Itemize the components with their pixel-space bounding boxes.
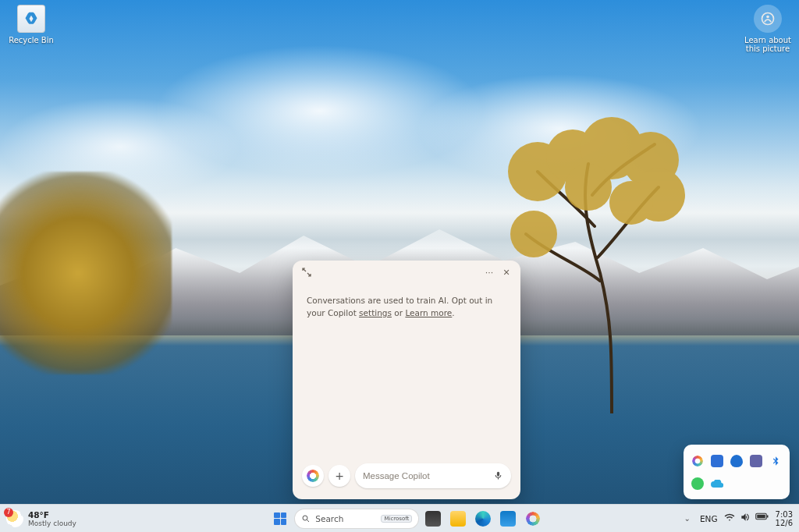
svg-rect-13 xyxy=(767,516,769,518)
copilot-input-row: + xyxy=(293,456,520,499)
taskbar: 7 48°F Mostly cloudy Search Microsoft ⌄ xyxy=(0,504,799,532)
windows-icon xyxy=(274,512,286,525)
start-button[interactable] xyxy=(269,508,291,530)
copilot-logo-icon[interactable] xyxy=(302,465,324,487)
more-button[interactable]: ··· xyxy=(481,264,497,280)
close-button[interactable]: ✕ xyxy=(499,264,514,280)
weather-icon: 7 xyxy=(6,510,23,527)
weather-badge: 7 xyxy=(4,508,13,517)
clock-date: 12/6 xyxy=(776,519,793,527)
taskbar-clock[interactable]: 7:03 12/6 xyxy=(776,510,793,527)
wallpaper-foliage xyxy=(0,172,172,374)
tray-copilot-icon[interactable] xyxy=(690,451,706,470)
search-icon xyxy=(301,514,311,523)
volume-icon[interactable] xyxy=(740,512,751,525)
task-view-icon xyxy=(425,511,441,527)
tray-teams-icon[interactable] xyxy=(748,451,764,470)
tray-word-icon[interactable] xyxy=(709,451,726,470)
edge-icon xyxy=(475,511,491,527)
tray-bluetooth-icon[interactable] xyxy=(767,451,783,470)
weather-temp: 48°F xyxy=(28,510,76,520)
recycle-bin-desktop-icon[interactable]: Recycle Bin xyxy=(5,5,58,44)
battery-icon[interactable] xyxy=(755,512,769,525)
recycle-bin-label: Recycle Bin xyxy=(5,36,58,44)
svg-point-8 xyxy=(762,13,774,25)
copilot-settings-link[interactable]: settings xyxy=(359,308,392,317)
svg-point-9 xyxy=(766,16,769,19)
tray-onedrive-icon[interactable] xyxy=(709,473,726,493)
copilot-learn-more-link[interactable]: Learn more xyxy=(405,308,452,317)
svg-rect-12 xyxy=(757,515,765,519)
copilot-training-notice: Conversations are used to train AI. Opt … xyxy=(307,295,506,320)
taskbar-right: ⌄ ENG 7:03 12/6 xyxy=(681,510,800,527)
tray-overflow-flyout xyxy=(684,445,790,499)
spotlight-icon xyxy=(754,5,782,33)
svg-point-7 xyxy=(609,181,653,225)
taskbar-center: Search Microsoft xyxy=(133,508,681,530)
store-button[interactable] xyxy=(497,508,519,530)
search-promo: Microsoft xyxy=(381,515,412,523)
folder-icon xyxy=(450,511,466,527)
svg-point-6 xyxy=(565,164,612,211)
wallpaper-tree xyxy=(495,117,698,413)
tray-xbox-icon[interactable] xyxy=(690,473,706,493)
mic-icon[interactable] xyxy=(493,469,503,484)
copilot-icon xyxy=(526,512,540,526)
tray-defender-icon[interactable] xyxy=(729,451,745,470)
copilot-textbox[interactable] xyxy=(363,471,487,481)
taskbar-search[interactable]: Search Microsoft xyxy=(294,508,419,530)
recycle-bin-icon xyxy=(17,5,45,33)
clock-time: 7:03 xyxy=(776,510,793,519)
learn-picture-label: Learn about this picture xyxy=(741,36,794,53)
new-topic-button[interactable]: + xyxy=(328,465,350,487)
copilot-body: Conversations are used to train AI. Opt … xyxy=(293,284,520,456)
copilot-input[interactable] xyxy=(355,463,511,488)
language-indicator[interactable]: ENG xyxy=(700,514,718,523)
svg-point-10 xyxy=(303,516,307,520)
learn-picture-desktop-icon[interactable]: Learn about this picture xyxy=(741,5,794,53)
search-label: Search xyxy=(315,514,343,523)
expand-icon[interactable] xyxy=(299,264,314,280)
store-icon xyxy=(500,511,516,527)
copilot-titlebar: ··· ✕ xyxy=(293,261,520,284)
task-view-button[interactable] xyxy=(422,508,444,530)
weather-condition: Mostly cloudy xyxy=(28,520,76,527)
taskbar-weather[interactable]: 7 48°F Mostly cloudy xyxy=(0,510,133,527)
file-explorer-button[interactable] xyxy=(447,508,469,530)
edge-button[interactable] xyxy=(472,508,494,530)
svg-point-5 xyxy=(510,211,557,257)
tray-chevron-icon[interactable]: ⌄ xyxy=(681,511,694,526)
wifi-icon[interactable] xyxy=(724,512,735,525)
copilot-panel: ··· ✕ Conversations are used to train AI… xyxy=(293,261,520,499)
copilot-taskbar-button[interactable] xyxy=(522,508,544,530)
